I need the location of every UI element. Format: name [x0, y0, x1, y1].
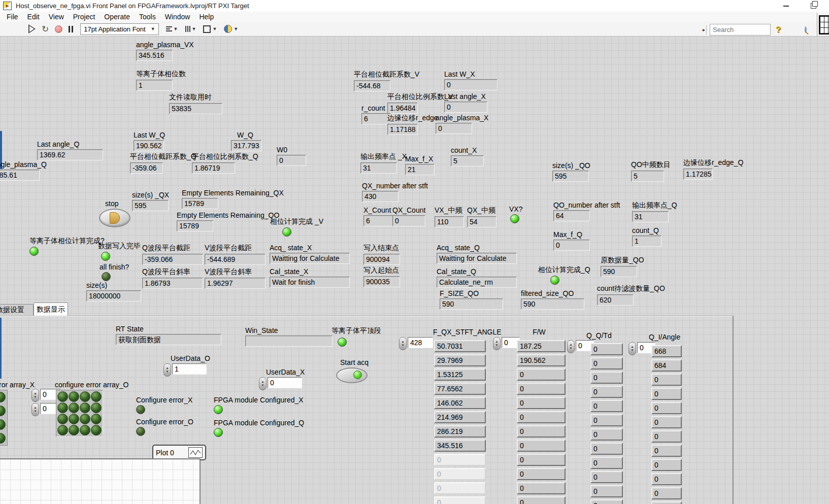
restore-icon [811, 3, 816, 9]
matrix-led [0, 392, 6, 402]
all-finish-led [102, 272, 111, 281]
restore-button[interactable] [802, 0, 824, 12]
array-cell: 0 [517, 482, 566, 494]
array-cell: 0 [651, 473, 682, 485]
menu-item[interactable]: Window [160, 12, 195, 22]
userdata-o-spinner[interactable]: ▲▼ [163, 363, 171, 377]
field-acq-state-q: Acq_ state_Q Waitting for Calculate [437, 244, 517, 264]
field-max-f-x: Max_f_X 21 [405, 155, 435, 175]
array-cell: 0 [590, 386, 623, 398]
field-last-angle-x: Last angle_X 0 [444, 92, 487, 113]
configure-error-o-led [136, 427, 145, 436]
matrix-led [0, 433, 6, 444]
menu-item[interactable]: Operate [100, 12, 135, 22]
align-objects-icon [166, 25, 172, 32]
array-cell: 0 [590, 414, 623, 426]
matrix-led [0, 406, 6, 416]
clipped-element-edge [0, 318, 2, 379]
array-cell: 0 [517, 397, 566, 409]
array-cell: 0 [590, 372, 623, 384]
resize-objects-button[interactable]: ▼ [203, 25, 217, 33]
menu-item[interactable]: Tools [135, 12, 160, 22]
fw-label: F/W [517, 328, 561, 336]
field-qx-count: QX_Count 0 [392, 206, 425, 226]
waveform-graph[interactable] [0, 458, 201, 504]
array-cell: 214.969 [434, 411, 486, 423]
start-acq-button[interactable] [336, 367, 368, 383]
plot-legend-label: Plot 0 [156, 449, 174, 457]
userdata-o-value[interactable]: 1 [172, 363, 207, 375]
field-f-size-qo: F_SIZE_QO 590 [440, 289, 503, 310]
menu-item[interactable]: View [44, 12, 69, 22]
userdata-x-value[interactable]: 0 [268, 377, 302, 388]
stop-button[interactable] [99, 209, 130, 227]
field-r-edge: 边缘位移r_edge 1.17188 [387, 114, 438, 135]
pause-button-icon[interactable] [69, 26, 73, 32]
search-icon[interactable] [805, 26, 807, 33]
array-cell: 0 [590, 471, 623, 483]
field-vx-if: VX_中频 110 [435, 206, 464, 227]
field-empty-elements-qo: Empty Elements Remaining_QO 15789 [177, 211, 279, 231]
field-size-s: size(s) 18000000 [86, 281, 141, 301]
tab-data-settings[interactable]: 数据设置 [0, 304, 34, 315]
matrix-led [80, 402, 90, 413]
index-spinner[interactable]: ▲▼ [31, 389, 39, 402]
matrix-led [80, 425, 90, 435]
resize-objects-icon [203, 25, 211, 33]
field-empty-elements-qx: Empty Elements Remaining_QX 15789 [182, 189, 284, 209]
field-phase-done-q: 相位计算完成_Q [538, 265, 590, 285]
fpga-configured-x-led [214, 405, 223, 414]
minimize-button[interactable] [775, 0, 797, 12]
menu-item[interactable]: Project [69, 12, 100, 22]
matrix-led [57, 414, 68, 424]
field-out-freq-x: 输出频率点 _X 31 [360, 152, 407, 174]
matrix-led [69, 391, 79, 402]
search-expand-icon[interactable]: ▸ [703, 27, 705, 32]
menu-item[interactable]: Edit [23, 12, 44, 22]
align-objects-button[interactable]: ▼ [166, 25, 178, 32]
error-array-x-label: ror array_X [0, 381, 35, 389]
matrix-led [80, 391, 90, 402]
field-rt-state: RT State 获取剖面数据 [116, 325, 221, 345]
field-win-state: Win_State [245, 326, 333, 347]
divider [817, 13, 817, 36]
field-filtered-size-qo: filtered_size_QO 590 [521, 289, 584, 310]
stop-glyph-icon [110, 212, 120, 224]
field-q-slope: Q波段平台斜率 1.86793 [142, 267, 203, 289]
font-selector[interactable]: 17pt Application Font ▼ [80, 23, 158, 35]
menu-item[interactable]: File [2, 12, 23, 22]
array-cell: 0 [434, 496, 486, 504]
configure-error-x-led [136, 405, 145, 414]
configure-error-array-o-label: configure error array_O [55, 381, 129, 389]
run-continuous-icon[interactable]: ↻ [42, 25, 49, 33]
distribute-objects-icon [185, 26, 190, 32]
tab-data-display[interactable]: 数据显示 [34, 303, 68, 316]
userdata-x-spinner[interactable]: ▲▼ [259, 377, 267, 390]
distribute-objects-button[interactable]: ▼ [185, 26, 196, 32]
matrix-led [57, 402, 68, 413]
field-write-start: 写入起始点 900035 [363, 266, 400, 287]
index-spinner[interactable]: ▲▼ [31, 403, 39, 416]
divider [706, 25, 707, 35]
abort-button-icon[interactable] [55, 25, 62, 33]
help-icon[interactable]: ? [776, 25, 781, 35]
f-qx-index-spinner[interactable]: ▲▼ [399, 337, 407, 350]
array-cell: 0 [434, 482, 486, 494]
q-i-angle-index-spinner[interactable]: ▲▼ [628, 342, 636, 355]
field-r-count: r_count 6 [361, 104, 391, 124]
run-button-icon[interactable] [28, 24, 36, 33]
field-qx-if: QX_中频 54 [467, 206, 496, 227]
fw-index-spinner[interactable]: ▲▼ [493, 337, 501, 350]
array-cell: 0 [517, 440, 566, 452]
minimize-icon [783, 6, 789, 7]
vi-icon: ▶ [3, 2, 12, 10]
q-q-td-index-spinner[interactable]: ▲▼ [567, 340, 575, 353]
array-cell: 0 [651, 402, 682, 414]
array-cell: 0 [517, 454, 566, 466]
menu-item[interactable]: Help [194, 12, 218, 22]
search-input[interactable] [710, 26, 805, 33]
array-cell: 0 [590, 357, 623, 369]
array-cell: 29.7969 [434, 354, 486, 366]
array-cell: 0 [590, 400, 623, 412]
reorder-button[interactable]: ▼ [224, 25, 238, 33]
